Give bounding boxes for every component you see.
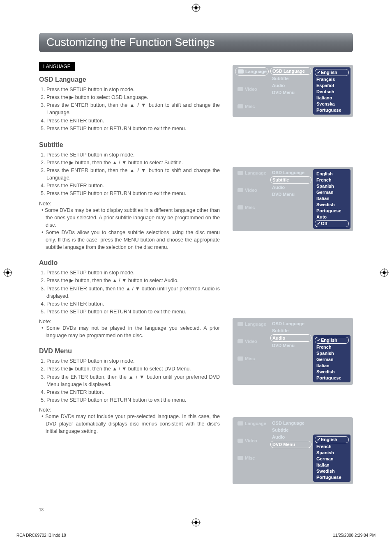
list-item: Press the ENTER button, then the ▲ / ▼ b… xyxy=(46,101,220,116)
osd-tab-misc: Misc xyxy=(235,454,269,462)
osd-option: Portuguese xyxy=(315,375,349,381)
osd-preview-osd-language: Language Video Misc OSD Language Subtitl… xyxy=(233,65,353,117)
osd-tab-language: Language xyxy=(235,67,269,76)
osd-preview-audio: Language Video Misc OSD Language Subtitl… xyxy=(233,318,353,385)
list-item: Press the ENTER button, then the ▲ / ▼ b… xyxy=(46,373,220,388)
list-item: Press the ▶ button, then the ▲ / ▼ butto… xyxy=(46,159,220,166)
osd-option: Portuguese xyxy=(315,107,349,113)
osd-option: Auto xyxy=(315,214,349,220)
list-item: Press the ▶ button, then the ▲ / ▼ butto… xyxy=(46,277,220,284)
audio-note-label: Note: xyxy=(39,319,220,324)
misc-icon xyxy=(238,356,243,361)
list-item: Press the ENTER button. xyxy=(46,182,220,189)
osd-option: French xyxy=(315,344,349,350)
subtitle-steps: Press the SETUP button in stop mode. Pre… xyxy=(39,151,220,198)
language-header-box: LANGUAGE xyxy=(39,62,75,71)
osd-option: Español xyxy=(315,83,349,88)
list-item: Press the ▶ button, then the ▲ / ▼ butto… xyxy=(46,365,220,373)
audio-heading: Audio xyxy=(39,259,353,267)
osd-option: French xyxy=(315,444,349,449)
subtitle-heading: Subtitle xyxy=(39,141,353,149)
disc-icon xyxy=(238,171,243,175)
osd-option: Italian xyxy=(315,195,349,201)
osd-mid-item: OSD Language xyxy=(270,67,311,75)
footer-filename: RCA DRC69702 IB.indd 18 xyxy=(16,533,66,538)
list-item: Press the ENTER button, then the ▲ / ▼ b… xyxy=(46,167,220,182)
svg-point-11 xyxy=(6,271,9,274)
subtitle-note-label: Note: xyxy=(39,201,220,207)
misc-icon xyxy=(238,205,243,209)
list-item: Some DVDs may not be played in the langu… xyxy=(39,324,220,339)
video-icon xyxy=(238,439,243,443)
check-icon: ✓ xyxy=(317,437,321,442)
list-item: Some DVDs may be set to display subtitle… xyxy=(39,207,220,229)
osd-mid-item: Subtitle xyxy=(270,327,311,334)
osd-option: Svenska xyxy=(315,101,349,107)
list-item: Press the SETUP button or RETURN button … xyxy=(46,190,220,197)
list-item: Press the SETUP button in stop mode. xyxy=(46,151,220,159)
osd-option: ✓Off xyxy=(315,220,349,227)
osd-option: Français xyxy=(315,76,349,82)
osd-option: Spanish xyxy=(315,350,349,356)
osd-preview-subtitle: Language Video Misc OSD Language Subtitl… xyxy=(233,167,353,231)
dvdmenu-note-label: Note: xyxy=(39,407,220,413)
check-icon: ✓ xyxy=(317,221,321,226)
osd-mid-item: Subtitle xyxy=(270,75,311,82)
dvdmenu-steps: Press the SETUP button in stop mode. Pre… xyxy=(39,357,220,404)
list-item: Press the ENTER button. xyxy=(46,117,220,124)
audio-notes: Some DVDs may not be played in the langu… xyxy=(39,324,220,339)
osd-mid-item: Audio xyxy=(270,184,311,191)
osd-tab-language: Language xyxy=(235,169,269,177)
disc-icon xyxy=(238,322,243,326)
osd-option: Spanish xyxy=(315,183,349,189)
osd-option: German xyxy=(315,456,349,462)
osd-option: German xyxy=(315,356,349,362)
osd-mid-item: Audio xyxy=(270,434,311,440)
registration-mark-top xyxy=(191,3,201,12)
osd-mid-item: OSD Language xyxy=(270,169,311,176)
osd-tab-video: Video xyxy=(235,338,269,345)
osd-mid-item: Audio xyxy=(270,82,311,89)
video-icon xyxy=(238,339,243,343)
list-item: Press the SETUP button in stop mode. xyxy=(46,357,220,365)
osd-option: Italian xyxy=(315,462,349,468)
list-item: Press the ENTER button. xyxy=(46,300,220,308)
subtitle-notes: Some DVDs may be set to display subtitle… xyxy=(39,207,220,251)
osd-mid-item: OSD Language xyxy=(270,420,311,426)
list-item: Press the SETUP button or RETURN button … xyxy=(46,125,220,132)
svg-point-15 xyxy=(383,271,385,274)
osd-option: French xyxy=(315,177,349,183)
misc-icon xyxy=(238,456,243,460)
osd-language-steps: Press the SETUP button in stop mode. Pre… xyxy=(39,86,220,132)
list-item: Press the ENTER button, then the ▲ / ▼ b… xyxy=(46,285,220,300)
osd-mid-item: Subtitle xyxy=(270,427,311,433)
osd-option: Swedish xyxy=(315,369,349,375)
osd-option: Italian xyxy=(315,363,349,368)
check-icon: ✓ xyxy=(317,70,321,75)
osd-option: Portuguese xyxy=(315,474,349,480)
dvdmenu-notes: Some DVDs may not include your pre-selec… xyxy=(39,413,220,435)
osd-mid-item: DVD Menu xyxy=(270,89,311,96)
audio-steps: Press the SETUP button in stop mode. Pre… xyxy=(39,269,220,315)
osd-option: ✓English xyxy=(315,436,349,443)
osd-tab-video: Video xyxy=(235,437,269,444)
osd-mid-item: DVD Menu xyxy=(270,441,311,448)
osd-option: Portuguese xyxy=(315,208,349,214)
osd-tab-language: Language xyxy=(235,420,269,427)
osd-option: English xyxy=(315,171,349,177)
list-item: Press the SETUP button in stop mode. xyxy=(46,269,220,276)
osd-option: Swedish xyxy=(315,468,349,474)
osd-option: Italiano xyxy=(315,95,349,101)
osd-option: Swedish xyxy=(315,202,349,207)
check-icon: ✓ xyxy=(317,338,321,343)
osd-option: ✓English xyxy=(315,69,349,76)
footer-timestamp: 11/25/2008 2:29:04 PM xyxy=(333,533,376,538)
misc-icon xyxy=(238,104,243,108)
osd-tab-video: Video xyxy=(235,85,269,93)
osd-mid-item: Audio xyxy=(270,334,311,342)
osd-option: German xyxy=(315,189,349,195)
registration-mark-left xyxy=(3,268,12,277)
osd-mid-item: OSD Language xyxy=(270,320,311,327)
osd-option: ✓English xyxy=(315,337,349,344)
page-number: 18 xyxy=(39,508,44,512)
